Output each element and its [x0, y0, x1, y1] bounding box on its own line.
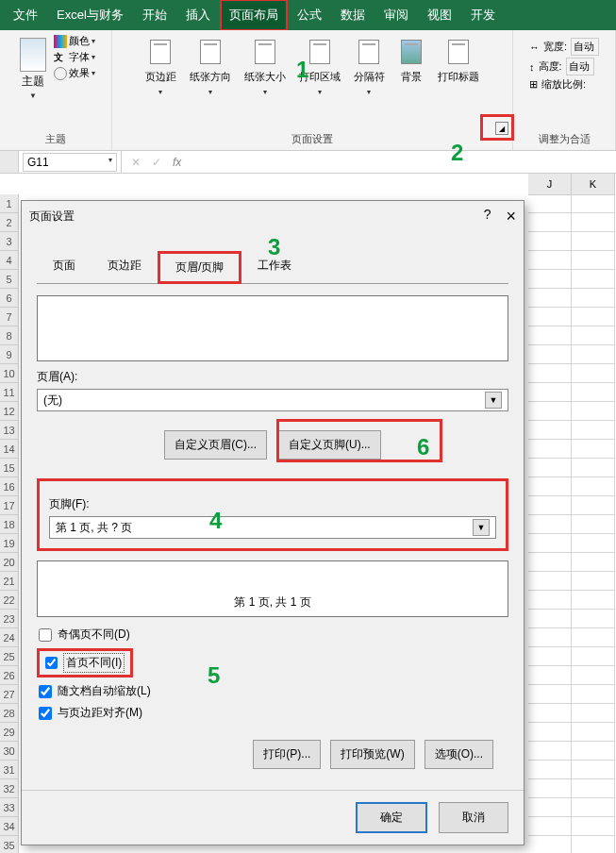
- cell[interactable]: [528, 723, 572, 742]
- cell[interactable]: [572, 685, 615, 704]
- cell[interactable]: [528, 742, 572, 761]
- cell[interactable]: [572, 326, 615, 345]
- cell[interactable]: [528, 553, 572, 572]
- cell[interactable]: [572, 270, 615, 289]
- column-header[interactable]: J: [528, 174, 572, 194]
- cell[interactable]: [572, 534, 615, 553]
- cell[interactable]: [572, 798, 615, 817]
- cell[interactable]: [572, 742, 615, 761]
- cell[interactable]: [572, 628, 615, 647]
- enter-icon[interactable]: ✓: [152, 156, 161, 169]
- cell[interactable]: [528, 647, 572, 666]
- cell[interactable]: [572, 647, 615, 666]
- row-header[interactable]: 6: [0, 289, 18, 308]
- cell[interactable]: [528, 270, 572, 289]
- colors-button[interactable]: 颜色 ▾: [54, 34, 95, 48]
- select-all-corner[interactable]: [0, 151, 19, 173]
- cell[interactable]: [572, 610, 615, 628]
- cell[interactable]: [572, 761, 615, 779]
- align-margin-checkbox-row[interactable]: 与页边距对齐(M): [39, 705, 507, 721]
- dialog-titlebar[interactable]: 页面设置 ? ×: [22, 201, 524, 232]
- cell[interactable]: [572, 308, 615, 326]
- row-header[interactable]: 23: [0, 610, 18, 628]
- row-header[interactable]: 16: [0, 477, 18, 496]
- ok-button[interactable]: 确定: [356, 802, 427, 833]
- tab-header-footer[interactable]: 页眉/页脚: [158, 251, 241, 284]
- print-area-button[interactable]: 打印区域 ▾: [293, 34, 346, 100]
- column-header[interactable]: K: [572, 174, 615, 194]
- cell[interactable]: [528, 798, 572, 817]
- row-header[interactable]: 3: [0, 232, 18, 251]
- row-header[interactable]: 18: [0, 515, 18, 534]
- cell[interactable]: [572, 364, 615, 383]
- row-header[interactable]: 34: [0, 817, 18, 836]
- row-header[interactable]: 33: [0, 798, 18, 817]
- name-box[interactable]: G11 ▾: [23, 153, 117, 172]
- menu-formulas[interactable]: 公式: [288, 0, 331, 31]
- print-titles-button[interactable]: 打印标题: [432, 34, 485, 100]
- menu-excel-finance[interactable]: Excel与财务: [47, 0, 133, 31]
- height-value[interactable]: 自动: [566, 58, 594, 75]
- cell[interactable]: [528, 421, 572, 440]
- cell[interactable]: [572, 213, 615, 232]
- cell[interactable]: [572, 515, 615, 534]
- effects-button[interactable]: 效果 ▾: [54, 66, 95, 80]
- cell[interactable]: [528, 459, 572, 477]
- row-header[interactable]: 15: [0, 459, 18, 477]
- row-header[interactable]: 26: [0, 666, 18, 685]
- cell[interactable]: [528, 666, 572, 685]
- cell[interactable]: [528, 836, 572, 853]
- cell[interactable]: [528, 194, 572, 213]
- row-header[interactable]: 8: [0, 326, 18, 345]
- row-header[interactable]: 28: [0, 704, 18, 723]
- row-header[interactable]: 5: [0, 270, 18, 289]
- breaks-button[interactable]: 分隔符 ▾: [348, 34, 391, 100]
- cell[interactable]: [572, 345, 615, 364]
- cell[interactable]: [528, 251, 572, 270]
- row-header[interactable]: 29: [0, 723, 18, 742]
- menu-developer[interactable]: 开发: [461, 0, 505, 31]
- cell[interactable]: [528, 496, 572, 515]
- cell[interactable]: [528, 402, 572, 421]
- options-button[interactable]: 选项(O)...: [425, 740, 493, 769]
- row-header[interactable]: 20: [0, 553, 18, 572]
- scale-zoom-row[interactable]: ⊞ 缩放比例:: [529, 77, 599, 92]
- cell[interactable]: [572, 836, 615, 853]
- cell[interactable]: [528, 534, 572, 553]
- odd-even-checkbox[interactable]: [39, 628, 52, 642]
- row-header[interactable]: 19: [0, 534, 18, 553]
- row-header[interactable]: 10: [0, 364, 18, 383]
- cell[interactable]: [572, 779, 615, 798]
- cell[interactable]: [528, 628, 572, 647]
- fx-label[interactable]: fx: [173, 156, 181, 169]
- cell[interactable]: [528, 289, 572, 308]
- row-header[interactable]: 30: [0, 742, 18, 761]
- print-preview-button[interactable]: 打印预览(W): [330, 740, 414, 769]
- row-header[interactable]: 1: [0, 194, 18, 213]
- menu-file[interactable]: 文件: [4, 0, 47, 31]
- cell[interactable]: [572, 194, 615, 213]
- cell[interactable]: [572, 232, 615, 251]
- cell[interactable]: [528, 326, 572, 345]
- row-header[interactable]: 9: [0, 345, 18, 364]
- scale-doc-checkbox[interactable]: [39, 685, 52, 698]
- align-margin-checkbox[interactable]: [39, 707, 52, 720]
- row-header[interactable]: 27: [0, 685, 18, 704]
- cell[interactable]: [572, 421, 615, 440]
- row-header[interactable]: 14: [0, 440, 18, 459]
- cancel-icon[interactable]: ✕: [131, 156, 141, 169]
- row-header[interactable]: 35: [0, 836, 18, 853]
- cell[interactable]: [528, 761, 572, 779]
- fonts-button[interactable]: 文 字体 ▾: [54, 50, 95, 64]
- odd-even-checkbox-row[interactable]: 奇偶页不同(D): [39, 627, 507, 643]
- cell[interactable]: [528, 591, 572, 610]
- custom-header-button[interactable]: 自定义页眉(C)...: [164, 430, 267, 460]
- cell[interactable]: [528, 232, 572, 251]
- cell[interactable]: [572, 383, 615, 402]
- cell[interactable]: [528, 477, 572, 496]
- cell[interactable]: [572, 666, 615, 685]
- scale-doc-checkbox-row[interactable]: 随文档自动缩放(L): [39, 683, 507, 699]
- tab-margins[interactable]: 页边距: [92, 251, 158, 284]
- row-header[interactable]: 24: [0, 628, 18, 647]
- row-header[interactable]: 17: [0, 496, 18, 515]
